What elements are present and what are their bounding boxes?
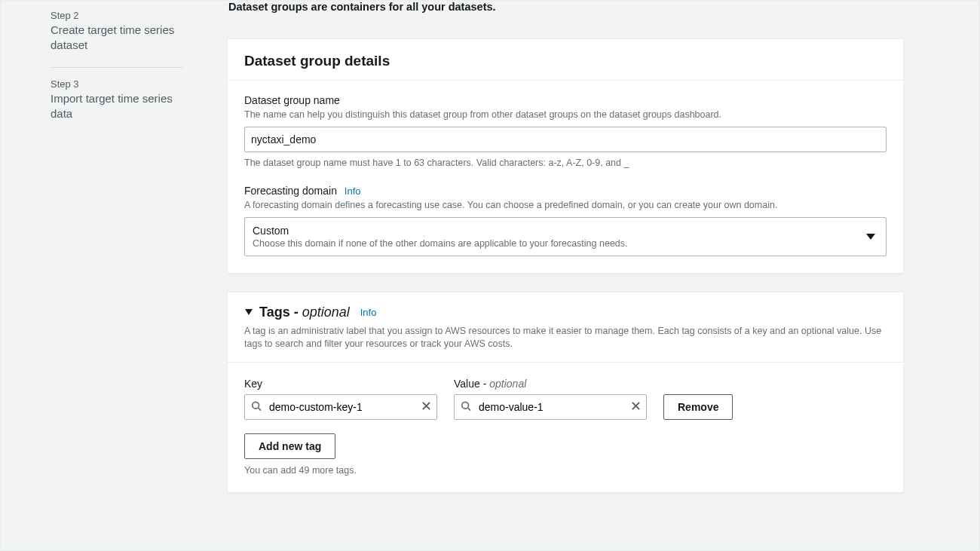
select-value: Custom — [253, 225, 859, 237]
dataset-group-details-panel: Dataset group details Dataset group name… — [227, 38, 904, 274]
svg-marker-1 — [245, 309, 253, 315]
select-value-desc: Choose this domain if none of the other … — [253, 238, 859, 249]
step-label: Step 3 — [51, 78, 197, 90]
svg-point-2 — [253, 402, 259, 409]
tag-key-input-wrap — [244, 394, 437, 420]
field-label: Dataset group name — [244, 94, 887, 106]
tags-header[interactable]: Tags - optional Info — [228, 292, 903, 325]
wizard-step-2[interactable]: Step 2 Create target time series dataset — [51, 7, 197, 61]
add-new-tag-button[interactable]: Add new tag — [244, 433, 335, 459]
main-content: Dataset groups are containers for all yo… — [212, 1, 949, 550]
forecasting-domain-select[interactable]: Custom Choose this domain if none of the… — [244, 217, 887, 256]
panel-header: Dataset group details — [228, 39, 903, 81]
svg-point-6 — [462, 402, 469, 409]
intro-text: Dataset groups are containers for all yo… — [227, 1, 904, 13]
tag-key-label: Key — [244, 378, 437, 390]
svg-line-3 — [259, 408, 262, 411]
svg-marker-0 — [866, 234, 875, 240]
tag-value-label: Value - optional — [454, 378, 647, 390]
tags-title: Tags - optional — [259, 305, 350, 320]
tags-panel: Tags - optional Info A tag is an adminis… — [227, 292, 904, 493]
info-link[interactable]: Info — [345, 185, 361, 197]
step-divider — [51, 67, 182, 68]
tags-heading-optional: optional — [302, 305, 350, 320]
step-label: Step 2 — [51, 10, 197, 21]
step-title: Create target time series dataset — [51, 23, 197, 54]
tag-row: Remove — [244, 394, 887, 420]
dataset-group-name-field: Dataset group name The name can help you… — [244, 94, 887, 170]
step-title: Import target time series data — [51, 91, 197, 122]
wizard-sidebar: Step 2 Create target time series dataset… — [31, 1, 212, 550]
dataset-group-name-input[interactable] — [244, 127, 887, 152]
clear-icon[interactable] — [631, 401, 641, 413]
wizard-step-3[interactable]: Step 3 Import target time series data — [51, 75, 197, 130]
forecasting-domain-label: Forecasting domain — [244, 185, 337, 197]
tag-column-labels: Key Value - optional — [244, 378, 887, 390]
search-icon — [461, 400, 471, 413]
forecasting-domain-field: Forecasting domain Info A forecasting do… — [244, 185, 887, 256]
search-icon — [251, 400, 262, 413]
clear-icon[interactable] — [421, 401, 431, 413]
field-desc: The name can help you distinguish this d… — [244, 109, 887, 122]
info-link[interactable]: Info — [360, 307, 377, 318]
tags-heading-main: Tags — [259, 305, 290, 320]
collapse-toggle-icon[interactable] — [244, 308, 253, 317]
field-help: The dataset group name must have 1 to 63… — [244, 157, 887, 170]
panel-title: Dataset group details — [244, 53, 887, 69]
remove-tag-button[interactable]: Remove — [663, 394, 733, 420]
tags-desc: A tag is an administrativ label that you… — [228, 325, 903, 363]
tags-remaining-text: You can add 49 more tags. — [244, 465, 887, 476]
tag-value-input-wrap — [454, 394, 647, 420]
chevron-down-icon — [866, 234, 875, 240]
svg-line-7 — [468, 408, 471, 411]
field-label: Forecasting domain Info — [244, 185, 887, 197]
tag-key-input[interactable] — [244, 394, 437, 420]
field-desc: A forecasting domain defines a forecasti… — [244, 199, 887, 213]
tag-value-input[interactable] — [454, 394, 647, 420]
